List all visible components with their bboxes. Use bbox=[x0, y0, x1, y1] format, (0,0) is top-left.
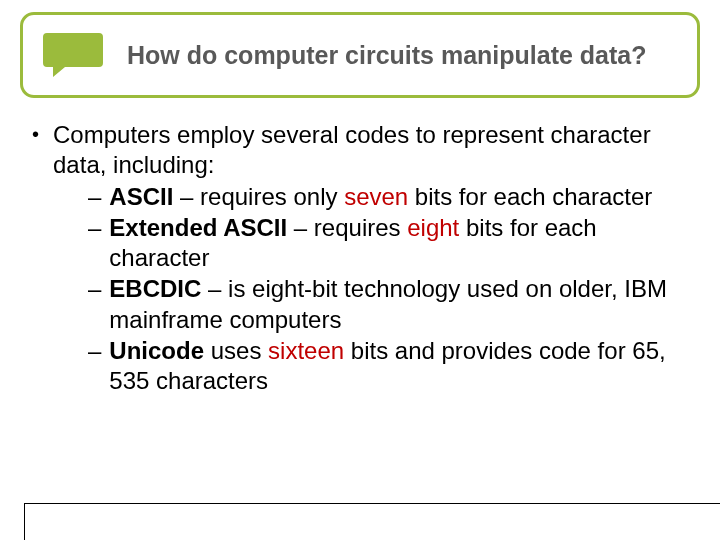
dash-icon: – bbox=[88, 336, 101, 367]
list-item: – Unicode uses sixteen bits and provides… bbox=[88, 336, 692, 397]
footer-rule-vertical bbox=[24, 504, 25, 540]
title-box: How do computer circuits manipulate data… bbox=[20, 12, 700, 98]
encoding-name: Unicode bbox=[109, 337, 204, 364]
encoding-name: EBCDIC bbox=[109, 275, 201, 302]
list-item: – ASCII – requires only seven bits for e… bbox=[88, 182, 692, 213]
dash-icon: – bbox=[88, 182, 101, 213]
list-item-text: ASCII – requires only seven bits for eac… bbox=[109, 182, 692, 213]
speech-bubble-icon bbox=[41, 31, 105, 79]
encoding-name: ASCII bbox=[109, 183, 173, 210]
encoding-list: – ASCII – requires only seven bits for e… bbox=[88, 182, 692, 397]
intro-bullet: • Computers employ several codes to repr… bbox=[28, 120, 692, 180]
bit-count: sixteen bbox=[268, 337, 344, 364]
encoding-name: Extended ASCII bbox=[109, 214, 287, 241]
list-item-text: EBCDIC – is eight-bit technology used on… bbox=[109, 274, 692, 335]
bit-count: seven bbox=[344, 183, 408, 210]
bit-count: eight bbox=[407, 214, 459, 241]
intro-text: Computers employ several codes to repres… bbox=[53, 120, 692, 180]
list-item: – Extended ASCII – requires eight bits f… bbox=[88, 213, 692, 274]
footer-rule bbox=[24, 503, 720, 504]
bullet-dot: • bbox=[32, 120, 39, 148]
list-item-text: Unicode uses sixteen bits and provides c… bbox=[109, 336, 692, 397]
page-title: How do computer circuits manipulate data… bbox=[127, 41, 667, 70]
dash-icon: – bbox=[88, 213, 101, 244]
dash-icon: – bbox=[88, 274, 101, 305]
list-item-text: Extended ASCII – requires eight bits for… bbox=[109, 213, 692, 274]
list-item: – EBCDIC – is eight-bit technology used … bbox=[88, 274, 692, 335]
content-area: • Computers employ several codes to repr… bbox=[28, 120, 692, 397]
